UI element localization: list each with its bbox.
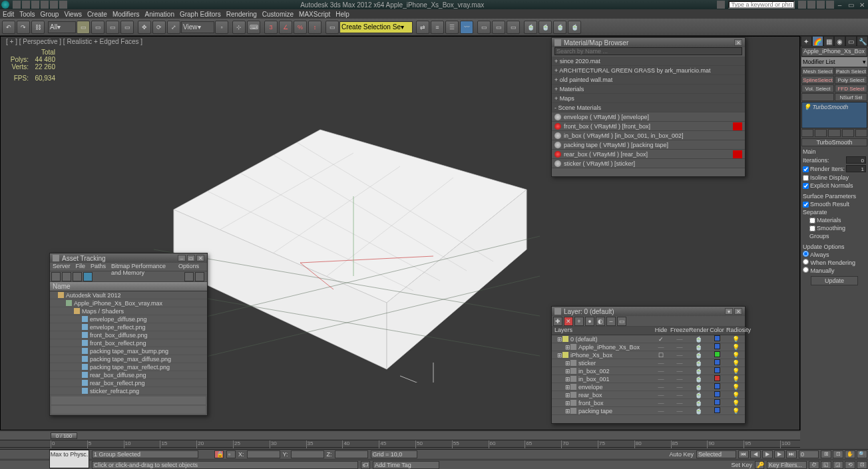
panel-header[interactable]: Material/Map Browser ✕ (552, 38, 745, 47)
isoline-checkbox[interactable]: Isoline Display (803, 174, 849, 181)
menu-tools[interactable]: Tools (19, 11, 35, 18)
render-cell[interactable]: 🍵 (689, 336, 708, 343)
qat-icon[interactable] (59, 1, 67, 9)
mb-lib-row[interactable]: + Materials (552, 84, 745, 94)
minimize-button[interactable]: – (835, 1, 844, 9)
stack-remove-button[interactable] (842, 129, 854, 137)
x-field[interactable] (247, 450, 280, 458)
mod-btn[interactable]: Patch Select (835, 67, 867, 75)
layer-row[interactable]: ⊞ front_box——🍵💡 (552, 399, 745, 407)
align-button[interactable]: ≡ (431, 21, 444, 34)
lock-button[interactable]: 🔒 (214, 450, 224, 458)
qat-icon[interactable] (50, 1, 58, 9)
qat-icon[interactable] (22, 1, 30, 9)
asset-row[interactable]: envelope_reflect.png (50, 323, 207, 331)
mb-material-row[interactable]: sticker ( VRayMtl ) [sticker] (552, 159, 745, 168)
qat-icon[interactable] (13, 1, 21, 9)
col-render[interactable]: Render (689, 327, 708, 335)
mb-material-row[interactable]: in_box ( VRayMtl ) [in_box_001, in_box_0… (552, 131, 745, 140)
at-tool-button[interactable] (62, 272, 71, 281)
stack-unique-button[interactable] (828, 129, 840, 137)
nav-button[interactable]: ◱ (821, 461, 831, 469)
update-button[interactable]: Update (811, 276, 858, 285)
manip-button[interactable]: ⊹ (232, 21, 246, 34)
layer-button[interactable]: ☰ (445, 21, 459, 34)
nav-button[interactable]: ⟲ (845, 461, 855, 469)
menu-maxscript[interactable]: MAXScript (299, 11, 330, 18)
smooth-result-checkbox[interactable]: Smooth Result (803, 201, 849, 208)
help-icon[interactable] (807, 1, 815, 9)
col-hide[interactable]: Hide (652, 327, 670, 335)
mb-lib-row[interactable]: + ARCHITECTURAL GREEN GRASS by ark_mauri… (552, 66, 745, 75)
select-region-button[interactable]: ▭ (106, 21, 119, 34)
graphite-button[interactable]: ▭ (477, 21, 491, 34)
explicit-normals-checkbox[interactable]: Explicit Normals (803, 182, 853, 189)
select-name-button[interactable]: ▭ (91, 21, 105, 34)
tab-modify[interactable]: 🌈 (812, 36, 823, 47)
z-field[interactable] (335, 450, 368, 458)
mb-lib-row[interactable]: + since 2020.mat (552, 57, 745, 66)
layer-row[interactable]: ⊞ 0 (default)✓—🍵💡 (552, 335, 745, 343)
tab-utilities[interactable]: 🔧 (857, 36, 868, 47)
render-cell[interactable]: 🍵 (689, 352, 708, 359)
goto-start-button[interactable]: ⏮ (738, 450, 749, 458)
mod-btn[interactable]: NSurf Sel (835, 93, 867, 101)
percent-snap-button[interactable]: % (294, 21, 307, 34)
color-swatch[interactable] (714, 335, 720, 341)
tab-motion[interactable]: ◉ (834, 36, 845, 47)
help-icon[interactable] (798, 1, 806, 9)
asset-row[interactable]: front_box_diffuse.png (50, 331, 207, 339)
layer-row[interactable]: ⊞ in_box_001——🍵💡 (552, 375, 745, 383)
render-cell[interactable]: 🍵 (689, 376, 708, 383)
mod-btn[interactable]: SplineSelect (801, 76, 834, 84)
autokey-button[interactable]: Auto Key (669, 451, 694, 458)
selection-filter[interactable]: All ▾ (48, 21, 76, 33)
pin-button[interactable]: ▾ (725, 308, 733, 315)
move-button[interactable]: ✥ (138, 21, 151, 34)
mod-btn[interactable] (801, 93, 834, 101)
color-swatch[interactable] (714, 359, 720, 365)
keymode-dropdown[interactable]: Selected (696, 450, 736, 458)
menu-edit[interactable]: Edit (3, 11, 14, 18)
asset-row[interactable]: Autodesk Vault 2012 (50, 291, 207, 299)
modifier-list-dropdown[interactable]: Modifier List▾ (801, 57, 867, 67)
stack-show-button[interactable] (815, 129, 827, 137)
at-menu-paths[interactable]: Paths (91, 263, 106, 271)
help-icon[interactable] (826, 1, 834, 9)
layer-sel-button[interactable]: ● (585, 317, 594, 326)
radiosity-cell[interactable]: 💡 (726, 392, 745, 398)
render-iters-spinner[interactable]: 1 (846, 165, 866, 172)
angle-snap-button[interactable]: ∠ (279, 21, 292, 34)
spinner-snap-button[interactable]: ↕ (308, 21, 322, 34)
asset-row[interactable]: envelope_diffuse.png (50, 315, 207, 323)
nav-button[interactable]: ✋ (845, 450, 855, 458)
asset-row[interactable]: Maps / Shaders (50, 307, 207, 315)
time-ruler[interactable]: 0510152025303540455055606570758085909510… (0, 440, 800, 448)
close-button[interactable]: ✕ (734, 308, 742, 315)
select-button[interactable]: ▭ (77, 21, 90, 34)
tab-create[interactable]: ✦ (801, 36, 812, 47)
menu-animation[interactable]: Animation (144, 11, 174, 18)
maximize-button[interactable]: ▭ (187, 255, 195, 261)
col-radiosity[interactable]: Radiosity (726, 327, 745, 335)
rollout-header[interactable]: TurboSmooth (801, 138, 867, 146)
close-button[interactable]: ✕ (196, 255, 204, 261)
col-layers[interactable]: Layers (552, 327, 652, 335)
y-field[interactable] (291, 450, 324, 458)
tab-hierarchy[interactable]: ▦ (823, 36, 835, 47)
color-swatch[interactable] (714, 367, 720, 373)
menu-create[interactable]: Create (87, 11, 107, 18)
pivot-button[interactable]: ▫ (215, 21, 228, 34)
scene-materials-header[interactable]: - Scene Materials (552, 103, 745, 112)
minimize-button[interactable]: – (178, 255, 186, 261)
layer-highlight-button[interactable]: ◐ (596, 317, 605, 326)
help-icon[interactable] (817, 1, 825, 9)
edit-selset-button[interactable]: ▭ (326, 21, 339, 34)
color-swatch[interactable] (714, 399, 720, 405)
play-button[interactable]: ▶ (762, 450, 773, 458)
always-radio[interactable]: Always (803, 251, 829, 258)
time-slider-bar[interactable]: 0 / 100 (0, 432, 800, 440)
curve-editor-button[interactable]: 〰 (460, 21, 473, 34)
nav-button[interactable]: ⊞ (821, 450, 831, 458)
layer-row[interactable]: ⊞ envelope——🍵💡 (552, 383, 745, 391)
